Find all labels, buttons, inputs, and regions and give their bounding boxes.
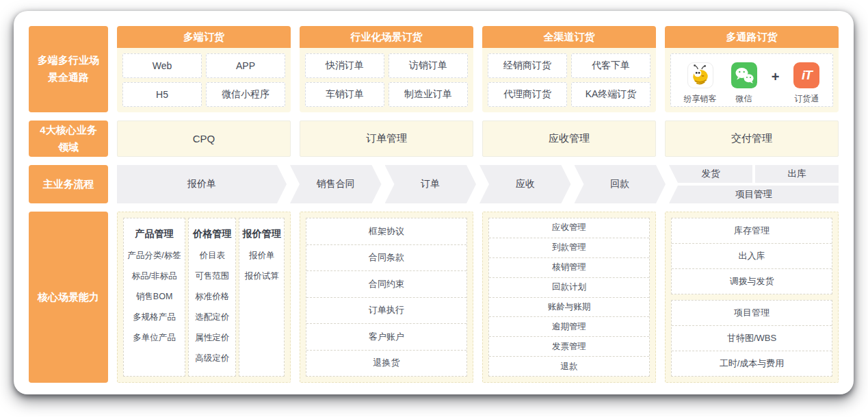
flow-step-quotation: 报价单 (117, 165, 287, 203)
flow-branch-project: 项目管理 (669, 186, 839, 203)
capability-row: 到款管理 (489, 238, 649, 257)
channel-item: Web (122, 53, 202, 78)
section-industry-header: 行业化场景订货 (300, 26, 473, 48)
channel-item: 微信小程序 (206, 82, 285, 107)
domain-receivable-mgmt: 应收管理 (482, 121, 656, 157)
capability-row: 合同约束 (306, 270, 466, 297)
capability-row: 退换货 (306, 350, 466, 377)
row-label-core-domains: 4大核心业务领域 (29, 121, 108, 157)
flow-branch-ship: 发货 (669, 165, 752, 183)
row-label-capabilities: 核心场景能力 (29, 212, 108, 383)
capability-row: 客户账户 (306, 323, 466, 350)
flow-step-order: 订单 (385, 165, 477, 203)
dinghuotong-glyph: iT (802, 68, 812, 83)
domain-order-mgmt: 订单管理 (300, 121, 473, 157)
capability-item: 产品分类/标签 (127, 250, 181, 262)
plus-sign: + (772, 69, 780, 85)
capability-row: 逾期管理 (489, 316, 649, 336)
section-multi-path-body: 纷享销客 (665, 48, 839, 112)
section-multi-path: 多通路订货 (665, 26, 839, 112)
capability-item: 报价单 (249, 250, 275, 262)
panel-order-capabilities: 框架协议 合同条款 合同约束 订单执行 客户账户 退换货 (300, 212, 473, 383)
capability-row: 订单执行 (306, 297, 466, 324)
architecture-card: 多端多行业场景全通路 多端订货 Web APP H5 微信小程序 行业化场景订货… (14, 11, 854, 394)
apps-group: 纷享销客 (670, 53, 833, 107)
capability-row: 项目管理 (672, 301, 832, 325)
capability-row: 核销管理 (489, 257, 649, 277)
dinghuotong-icon: iT (793, 62, 819, 88)
flow-step-contract: 销售合同 (290, 165, 382, 203)
capability-item: 多单位产品 (133, 332, 176, 344)
subcol-header: 报价管理 (243, 228, 281, 240)
panel-receivable-capabilities: 应收管理 到款管理 核销管理 回款计划 账龄与账期 逾期管理 发票管理 退款 (482, 212, 656, 383)
scenario-item: 制造业订单 (389, 82, 468, 107)
capability-row: 出入库 (672, 243, 832, 268)
section-multi-terminal-body: Web APP H5 微信小程序 (117, 48, 291, 112)
capability-row: 账龄与账期 (489, 297, 649, 317)
capability-row: 甘特图/WBS (672, 325, 832, 351)
section-omni-channel: 全渠道订货 经销商订货 代客下单 代理商订货 KA终端订货 (482, 26, 656, 112)
capability-item: 选配定价 (195, 312, 229, 323)
capability-row: 退款 (489, 356, 649, 376)
receivable-capability-list: 应收管理 到款管理 核销管理 回款计划 账龄与账期 逾期管理 发票管理 退款 (488, 218, 650, 377)
app-label: 微信 (736, 93, 752, 105)
app-wechat: 微信 (731, 62, 757, 105)
capability-item: 标品/非标品 (132, 270, 177, 282)
subcol-quote-mgmt: 报价管理 报价单 报价试算 (239, 218, 285, 377)
app-fenxiang: 纷享销客 (684, 62, 717, 105)
capability-item: 高级定价 (195, 353, 229, 364)
capability-row: 框架协议 (306, 218, 466, 244)
capability-item: 多规格产品 (133, 312, 176, 323)
omni-item: 代理商订货 (488, 82, 567, 107)
capability-row: 调拨与发货 (672, 268, 832, 294)
omni-item: 代客下单 (571, 53, 650, 78)
subcol-price-mgmt: 价格管理 价目表 可售范围 标准价格 选配定价 属性定价 高级定价 (188, 218, 236, 377)
flow-branch: 发货 出库 项目管理 (669, 165, 839, 203)
app-label: 订货通 (794, 93, 819, 105)
capability-row: 发票管理 (489, 336, 649, 356)
capability-item: 标准价格 (195, 291, 229, 303)
fenxiang-bee-icon (687, 62, 713, 88)
section-industry-body: 快消订单 访销订单 车销订单 制造业订单 (300, 48, 473, 112)
channel-item: H5 (122, 82, 202, 107)
flow-branch-outbound: 出库 (755, 165, 839, 183)
domain-delivery-mgmt: 交付管理 (665, 121, 839, 157)
channel-item: APP (206, 53, 285, 78)
infographic-canvas: 多端多行业场景全通路 多端订货 Web APP H5 微信小程序 行业化场景订货… (0, 0, 868, 417)
capability-item: 属性定价 (195, 332, 229, 344)
capability-item: 报价试算 (245, 270, 279, 282)
capability-item: 销售BOM (136, 291, 172, 303)
app-label: 纷享销客 (684, 93, 717, 105)
subcol-product-mgmt: 产品管理 产品分类/标签 标品/非标品 销售BOM 多规格产品 多单位产品 (123, 218, 185, 377)
capability-row: 工时/成本与费用 (672, 351, 832, 376)
scenario-item: 车销订单 (305, 82, 384, 107)
inventory-capability-list: 库存管理 出入库 调拨与发货 (671, 218, 832, 294)
section-multi-terminal: 多端订货 Web APP H5 微信小程序 (117, 26, 291, 112)
flow-step-payment: 回款 (575, 165, 666, 203)
row-label-channels: 多端多行业场景全通路 (29, 26, 108, 112)
capability-item: 可售范围 (195, 270, 229, 282)
omni-item: 经销商订货 (488, 53, 567, 78)
row-label-main-flow: 主业务流程 (29, 165, 108, 203)
capability-row: 应收管理 (489, 218, 649, 238)
omni-item: KA终端订货 (571, 82, 650, 107)
order-capability-list: 框架协议 合同条款 合同约束 订单执行 客户账户 退换货 (306, 218, 467, 377)
project-capability-list: 项目管理 甘特图/WBS 工时/成本与费用 (671, 300, 832, 377)
capability-row: 回款计划 (489, 277, 649, 297)
main-flow: 报价单 销售合同 订单 应收 回款 发货 出库 项目管理 (117, 165, 839, 203)
scenario-item: 快消订单 (305, 53, 384, 78)
panel-product-pricing: 产品管理 产品分类/标签 标品/非标品 销售BOM 多规格产品 多单位产品 价格… (117, 212, 291, 383)
section-multi-path-header: 多通路订货 (665, 26, 839, 48)
subcol-header: 产品管理 (135, 228, 174, 240)
domain-cpq: CPQ (117, 121, 291, 157)
section-multi-terminal-header: 多端订货 (117, 26, 291, 48)
section-omni-header: 全渠道订货 (482, 26, 656, 48)
capability-item: 价目表 (200, 250, 226, 262)
scenario-item: 访销订单 (389, 53, 468, 78)
subcol-header: 价格管理 (193, 228, 231, 240)
capability-row: 合同条款 (306, 244, 466, 271)
wechat-icon (731, 62, 757, 88)
app-dinghuotong: iT 订货通 (793, 62, 819, 105)
section-omni-body: 经销商订货 代客下单 代理商订货 KA终端订货 (482, 48, 656, 112)
capability-row: 库存管理 (672, 218, 832, 243)
